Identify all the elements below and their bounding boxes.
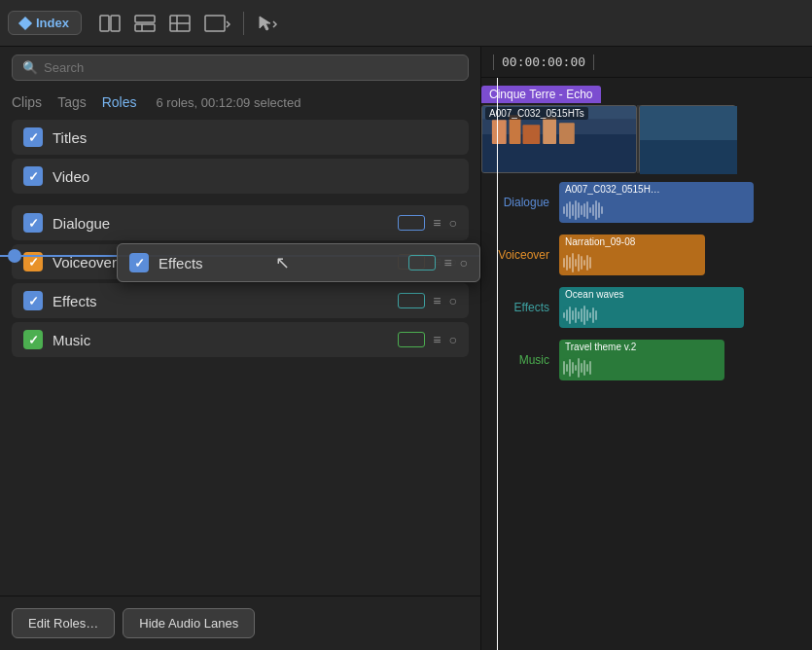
dialogue-waveform xyxy=(559,197,754,223)
menu-btn-dialogue[interactable]: ≡ xyxy=(433,215,441,231)
floating-effects-name: Effects xyxy=(159,255,258,271)
edit-roles-button[interactable]: Edit Roles… xyxy=(12,608,115,638)
voiceover-lane-content: Narration_09-08 xyxy=(559,232,812,278)
wb xyxy=(598,202,600,218)
main-layout: 🔍 Clips Tags Roles 6 roles, 00:12:09 sel… xyxy=(0,47,812,650)
timeline-header-divider xyxy=(493,54,494,70)
view-icon-2[interactable] xyxy=(128,11,161,36)
checkbox-effects[interactable]: ✓ xyxy=(23,291,43,310)
roles-info: 6 roles, 00:12:09 selected xyxy=(157,95,301,110)
wb xyxy=(583,260,585,266)
circle-btn-music[interactable]: ○ xyxy=(449,332,457,347)
index-button[interactable]: Index xyxy=(8,11,82,35)
view-icon-3[interactable] xyxy=(163,11,196,36)
voiceover-clip[interactable]: Narration_09-08 xyxy=(559,235,705,275)
wb xyxy=(569,201,571,219)
wb xyxy=(589,207,591,213)
arrow-tool-btn[interactable] xyxy=(250,11,285,36)
wb xyxy=(572,310,574,320)
wb xyxy=(566,203,568,217)
circle-btn-dialogue[interactable]: ○ xyxy=(449,215,457,231)
wb xyxy=(583,203,585,217)
timeline-header: 00:00:00:00 xyxy=(481,47,812,78)
lane-btn-music[interactable] xyxy=(398,332,425,347)
svg-rect-11 xyxy=(492,120,507,144)
timecode: 00:00:00:00 xyxy=(502,54,585,69)
audio-lane-voiceover: Voiceover Narration_09-08 xyxy=(481,230,812,280)
role-name-video: Video xyxy=(53,168,457,185)
svg-rect-3 xyxy=(135,24,155,31)
tab-tags[interactable]: Tags xyxy=(57,92,87,112)
music-clip-label: Travel theme v.2 xyxy=(559,340,724,354)
effects-clip[interactable]: Ocean waves xyxy=(559,287,744,328)
view-icon-1[interactable] xyxy=(93,11,126,36)
wb xyxy=(581,205,583,215)
audio-lane-effects: Effects Ocean waves xyxy=(481,282,812,333)
effects-waveform xyxy=(559,302,744,328)
wb xyxy=(578,254,580,271)
circle-btn-effects[interactable]: ○ xyxy=(449,293,457,308)
clip-thumbnail2[interactable] xyxy=(639,105,736,173)
role-item-titles: ✓ Titles xyxy=(12,120,469,155)
wb xyxy=(563,312,565,318)
index-label: Index xyxy=(36,16,69,30)
dialogue-lane-label: Dialogue xyxy=(481,196,559,209)
hide-audio-lanes-button[interactable]: Hide Audio Lanes xyxy=(123,608,255,638)
wb xyxy=(572,362,574,374)
search-input[interactable] xyxy=(44,60,458,75)
circle-btn-effects-floating[interactable]: ○ xyxy=(460,255,468,271)
wb xyxy=(583,306,585,325)
wb xyxy=(583,360,585,376)
bottom-buttons: Edit Roles… Hide Audio Lanes xyxy=(0,596,480,650)
role-actions-effects: ≡ ○ xyxy=(398,293,457,308)
music-lane-label: Music xyxy=(481,353,559,367)
wb xyxy=(569,359,571,377)
wb xyxy=(592,204,594,216)
menu-btn-effects[interactable]: ≡ xyxy=(433,293,441,308)
right-panel: 00:00:00:00 Cinque Terre - Echo xyxy=(481,47,812,650)
tabs-bar: Clips Tags Roles 6 roles, 00:12:09 selec… xyxy=(0,89,480,120)
checkbox-titles[interactable]: ✓ xyxy=(23,127,43,147)
effects-clip-label: Ocean waves xyxy=(559,287,744,302)
search-bar[interactable]: 🔍 xyxy=(12,54,469,81)
checkbox-music[interactable]: ✓ xyxy=(23,330,43,349)
video-track: Cinque Terre - Echo xyxy=(481,86,812,173)
music-lane-content: Travel theme v.2 xyxy=(559,337,812,383)
checkbox-video[interactable]: ✓ xyxy=(23,166,43,186)
tab-clips[interactable]: Clips xyxy=(12,92,42,112)
wb xyxy=(566,309,568,321)
wb xyxy=(592,307,594,323)
role-item-dialogue: ✓ Dialogue ≡ ○ xyxy=(12,205,469,240)
voiceover-lane-label: Voiceover xyxy=(481,248,559,262)
wb xyxy=(569,307,571,324)
wb xyxy=(601,206,603,214)
effects-waveform-bars xyxy=(563,304,597,327)
wb xyxy=(589,312,591,318)
wb xyxy=(575,307,577,323)
effects-lane-label: Effects xyxy=(481,301,559,314)
role-name-effects: Effects xyxy=(53,293,388,309)
role-actions-dialogue: ≡ ○ xyxy=(398,215,457,231)
menu-btn-effects-floating[interactable]: ≡ xyxy=(443,255,451,271)
role-name-titles: Titles xyxy=(53,129,457,146)
music-clip[interactable]: Travel theme v.2 xyxy=(559,340,724,380)
svg-rect-18 xyxy=(640,140,737,174)
toolbar-divider xyxy=(243,12,244,35)
tab-roles[interactable]: Roles xyxy=(102,92,137,112)
dialogue-clip[interactable]: A007_C032_0515H… xyxy=(559,182,754,223)
svg-rect-0 xyxy=(100,16,109,31)
wb xyxy=(578,311,580,319)
checkbox-effects-floating[interactable]: ✓ xyxy=(129,253,149,272)
role-name-dialogue: Dialogue xyxy=(53,215,388,232)
wb xyxy=(578,358,580,378)
lane-btn-dialogue[interactable] xyxy=(398,215,425,231)
lane-btn-effects[interactable] xyxy=(398,293,425,308)
wb xyxy=(575,365,577,371)
voiceover-clip-label: Narration_09-08 xyxy=(559,235,705,249)
role-name-music: Music xyxy=(53,332,388,348)
wb xyxy=(572,253,574,272)
lane-btn-effects-floating[interactable] xyxy=(408,255,436,271)
menu-btn-music[interactable]: ≡ xyxy=(433,332,441,347)
checkbox-dialogue[interactable]: ✓ xyxy=(23,213,43,233)
view-icon-4-dropdown[interactable] xyxy=(198,11,237,36)
